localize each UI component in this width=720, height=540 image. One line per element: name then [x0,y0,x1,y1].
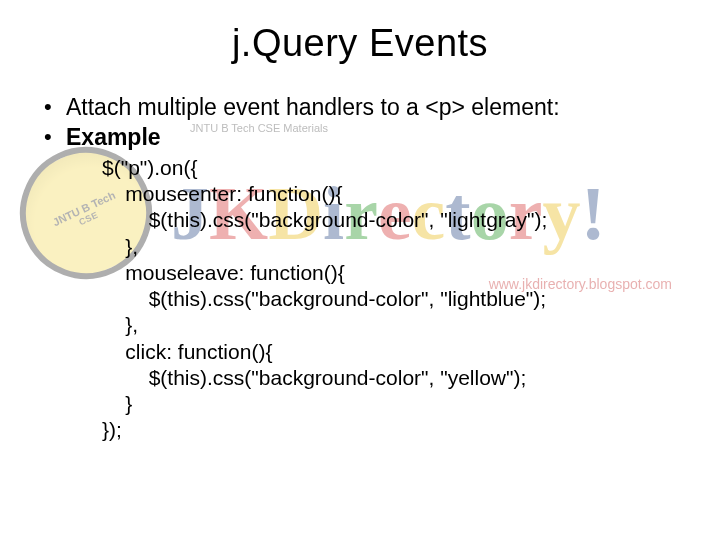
bullet-list: Attach multiple event handlers to a <p> … [28,93,692,153]
bullet-text: Example [66,124,161,150]
code-example: $("p").on({ mouseenter: function(){ $(th… [28,155,692,444]
slide-title: j.Query Events [28,22,692,65]
bullet-item: Example [38,123,692,152]
slide-content: j.Query Events Attach multiple event han… [0,0,720,540]
bullet-item: Attach multiple event handlers to a <p> … [38,93,692,122]
bullet-text: Attach multiple event handlers to a <p> … [66,94,560,120]
